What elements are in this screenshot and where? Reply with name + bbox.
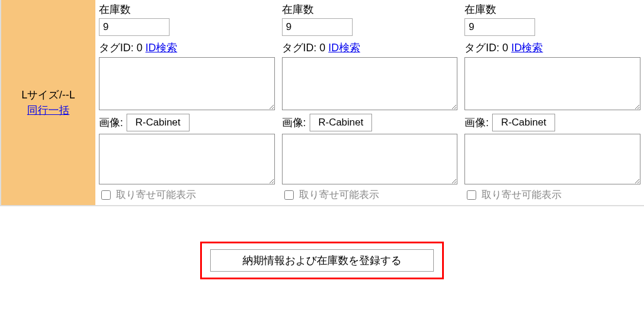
tag-id-prefix: タグID: [99, 42, 137, 54]
stock-input[interactable] [464, 18, 535, 36]
cells-container: 在庫数 タグID: 0 ID検索 画像: R-Cabinet 取り寄せ可能表示 … [95, 0, 644, 205]
r-cabinet-button[interactable]: R-Cabinet [310, 114, 373, 131]
backorder-checkbox[interactable] [284, 190, 294, 200]
register-button[interactable]: 納期情報および在庫数を登録する [210, 249, 434, 272]
tag-search-link[interactable]: ID検索 [145, 42, 177, 54]
backorder-line: 取り寄せ可能表示 [99, 188, 275, 202]
image-line: 画像: R-Cabinet [99, 114, 275, 131]
r-cabinet-button[interactable]: R-Cabinet [492, 114, 555, 131]
row-title: Lサイズ/--L [21, 88, 75, 102]
stock-input[interactable] [99, 18, 170, 36]
submit-highlight: 納期情報および在庫数を登録する [200, 242, 444, 279]
image-label: 画像: [464, 116, 489, 130]
backorder-line: 取り寄せ可能表示 [464, 188, 640, 202]
variant-row: Lサイズ/--L 同行一括 在庫数 タグID: 0 ID検索 画像: R-Cab… [0, 0, 644, 206]
stock-input[interactable] [282, 18, 353, 36]
image-textarea[interactable] [99, 134, 275, 184]
tag-line: タグID: 0 ID検索 [464, 41, 640, 55]
tag-id-value: 0 [137, 42, 142, 54]
submit-area: 納期情報および在庫数を登録する [0, 242, 644, 279]
image-line: 画像: R-Cabinet [464, 114, 640, 131]
backorder-checkbox[interactable] [101, 190, 111, 200]
tag-textarea[interactable] [282, 57, 458, 110]
tag-id-prefix: タグID: [464, 42, 502, 54]
backorder-label: 取り寄せ可能表示 [299, 188, 379, 202]
variant-cell: 在庫数 タグID: 0 ID検索 画像: R-Cabinet 取り寄せ可能表示 [95, 0, 278, 205]
tag-id-value: 0 [320, 42, 326, 54]
backorder-label: 取り寄せ可能表示 [116, 188, 196, 202]
backorder-label: 取り寄せ可能表示 [482, 188, 562, 202]
image-line: 画像: R-Cabinet [282, 114, 458, 131]
stock-label: 在庫数 [99, 2, 275, 16]
image-label: 画像: [99, 116, 123, 130]
image-textarea[interactable] [464, 134, 640, 184]
image-label: 画像: [282, 116, 306, 130]
variant-cell: 在庫数 タグID: 0 ID検索 画像: R-Cabinet 取り寄せ可能表示 [278, 0, 462, 205]
backorder-line: 取り寄せ可能表示 [282, 188, 458, 202]
tag-line: タグID: 0 ID検索 [282, 41, 458, 55]
tag-textarea[interactable] [464, 57, 640, 110]
tag-textarea[interactable] [99, 57, 275, 110]
tag-line: タグID: 0 ID検索 [99, 41, 275, 55]
r-cabinet-button[interactable]: R-Cabinet [127, 114, 190, 131]
tag-id-prefix: タグID: [282, 42, 320, 54]
tag-search-link[interactable]: ID検索 [511, 42, 543, 54]
tag-search-link[interactable]: ID検索 [328, 42, 360, 54]
row-header: Lサイズ/--L 同行一括 [1, 0, 95, 205]
backorder-checkbox[interactable] [467, 190, 476, 200]
stock-label: 在庫数 [282, 2, 458, 16]
stock-label: 在庫数 [464, 2, 640, 16]
tag-id-value: 0 [502, 42, 508, 54]
variant-cell: 在庫数 タグID: 0 ID検索 画像: R-Cabinet 取り寄せ可能表示 [461, 0, 644, 205]
bulk-apply-link[interactable]: 同行一括 [27, 103, 69, 117]
image-textarea[interactable] [282, 134, 458, 184]
